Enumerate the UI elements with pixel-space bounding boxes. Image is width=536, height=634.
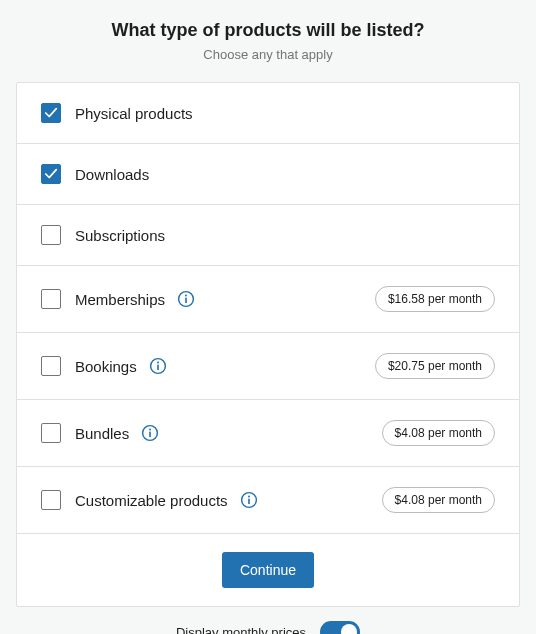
checkbox[interactable] — [41, 289, 61, 309]
option-customizable-products[interactable]: Customizable products $4.08 per month — [17, 467, 519, 534]
svg-rect-11 — [248, 499, 250, 504]
info-icon[interactable] — [177, 290, 195, 308]
svg-point-1 — [185, 294, 187, 296]
info-icon[interactable] — [141, 424, 159, 442]
svg-point-4 — [157, 361, 159, 363]
option-memberships[interactable]: Memberships $16.58 per month — [17, 266, 519, 333]
option-label: Memberships — [75, 291, 165, 308]
toggle-knob — [341, 624, 357, 634]
option-physical-products[interactable]: Physical products — [17, 83, 519, 144]
display-prices-label: Display monthly prices — [176, 625, 306, 635]
option-bookings[interactable]: Bookings $20.75 per month — [17, 333, 519, 400]
option-downloads[interactable]: Downloads — [17, 144, 519, 205]
option-label: Bundles — [75, 425, 129, 442]
display-prices-toggle[interactable] — [320, 621, 360, 634]
info-icon[interactable] — [240, 491, 258, 509]
price-badge: $4.08 per month — [382, 487, 495, 513]
checkbox[interactable] — [41, 490, 61, 510]
checkbox[interactable] — [41, 164, 61, 184]
option-label: Subscriptions — [75, 227, 165, 244]
svg-rect-8 — [149, 432, 151, 437]
option-label: Physical products — [75, 105, 193, 122]
option-label: Bookings — [75, 358, 137, 375]
continue-button[interactable]: Continue — [222, 552, 314, 588]
check-icon — [44, 167, 58, 181]
page-title: What type of products will be listed? — [16, 20, 520, 41]
svg-rect-5 — [157, 365, 159, 370]
option-label: Customizable products — [75, 492, 228, 509]
check-icon — [44, 106, 58, 120]
checkbox[interactable] — [41, 356, 61, 376]
option-label: Downloads — [75, 166, 149, 183]
price-badge: $20.75 per month — [375, 353, 495, 379]
checkbox[interactable] — [41, 225, 61, 245]
svg-point-7 — [149, 428, 151, 430]
price-badge: $16.58 per month — [375, 286, 495, 312]
svg-point-10 — [248, 495, 250, 497]
checkbox[interactable] — [41, 423, 61, 443]
product-types-card: Physical products Downloads Subscription… — [16, 82, 520, 607]
price-badge: $4.08 per month — [382, 420, 495, 446]
option-subscriptions[interactable]: Subscriptions — [17, 205, 519, 266]
option-bundles[interactable]: Bundles $4.08 per month — [17, 400, 519, 467]
svg-rect-2 — [185, 298, 187, 303]
checkbox[interactable] — [41, 103, 61, 123]
page-subtitle: Choose any that apply — [16, 47, 520, 62]
info-icon[interactable] — [149, 357, 167, 375]
